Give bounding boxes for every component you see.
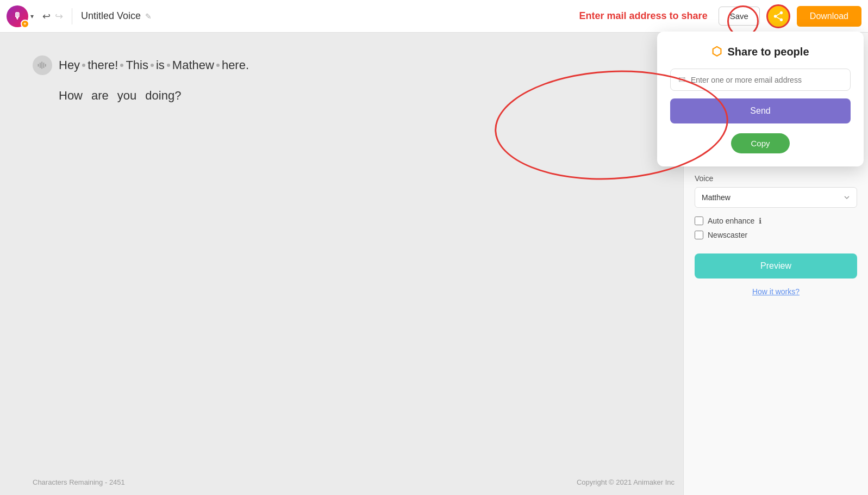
newscaster-row: Newscaster <box>695 231 857 239</box>
word-doing: doing? <box>145 85 181 107</box>
document-title: Untitled Voice <box>81 10 141 22</box>
word-this: This <box>126 54 148 76</box>
dot <box>216 64 220 67</box>
dot <box>120 64 123 67</box>
svg-rect-2 <box>41 61 42 69</box>
header: 🎙 + ▾ ↩ ↪ Untitled Voice ✎ Enter mail ad… <box>0 0 868 33</box>
download-button[interactable]: Download <box>797 6 861 27</box>
word-how: How <box>59 85 83 107</box>
voice-select[interactable]: Matthew <box>695 187 857 208</box>
voice-label: Voice <box>695 174 857 183</box>
auto-enhance-checkbox[interactable] <box>695 216 703 225</box>
share-button-wrapper <box>766 4 797 28</box>
share-button[interactable] <box>766 4 790 28</box>
redo-button[interactable]: ↪ <box>55 10 63 22</box>
auto-enhance-info-icon[interactable]: ℹ <box>759 216 761 225</box>
canvas-area: Hey there! This is Mathew here. How are … <box>0 33 683 495</box>
dot <box>82 64 85 67</box>
share-popup-icon: ⬡ <box>711 45 722 59</box>
auto-enhance-row: Auto enhance ℹ <box>695 216 857 225</box>
svg-rect-4 <box>45 64 46 66</box>
email-input[interactable] <box>691 76 842 84</box>
word-here: here. <box>222 54 249 76</box>
dot <box>151 64 154 67</box>
share-popup-title: ⬡ Share to people <box>670 45 851 59</box>
word-hey: Hey <box>59 54 80 76</box>
copy-button[interactable]: Copy <box>731 133 789 153</box>
word-you: you <box>117 85 136 107</box>
copyright-text: Copyright © 2021 Animaker Inc <box>577 478 675 486</box>
dot <box>167 64 170 67</box>
app-logo: 🎙 + <box>7 5 28 27</box>
undo-button[interactable]: ↩ <box>42 10 51 22</box>
email-input-row: ✉ <box>670 69 851 91</box>
share-icon <box>772 10 784 22</box>
word-are: are <box>91 85 109 107</box>
save-button[interactable]: Save <box>719 7 760 26</box>
word-is: is <box>156 54 165 76</box>
edit-title-icon[interactable]: ✎ <box>145 12 152 21</box>
svg-rect-1 <box>40 63 41 68</box>
header-divider <box>72 8 72 24</box>
newscaster-label: Newscaster <box>708 231 747 239</box>
word-mathew: Mathew <box>172 54 214 76</box>
logo-dropdown-arrow[interactable]: ▾ <box>30 13 34 20</box>
send-button[interactable]: Send <box>670 98 851 123</box>
how-it-works-link[interactable]: How it works? <box>695 287 857 296</box>
svg-rect-0 <box>38 64 39 66</box>
share-prompt-text: Enter mail address to share <box>579 10 708 22</box>
auto-enhance-label: Auto enhance <box>708 216 754 225</box>
share-popup: ⬡ Share to people ✉ Send Copy <box>657 32 864 166</box>
audio-wave-icon <box>33 55 52 75</box>
svg-rect-3 <box>43 63 45 68</box>
email-icon: ✉ <box>678 75 685 85</box>
text-line-2: How are you doing? <box>33 85 181 107</box>
preview-button[interactable]: Preview <box>695 253 857 279</box>
logo-badge: + <box>21 20 29 28</box>
waveform-icon <box>37 60 48 71</box>
chars-remaining: Characters Remaining - 2451 <box>33 478 125 486</box>
text-line-1: Hey there! This is Mathew here. <box>33 54 249 76</box>
word-there: there! <box>88 54 118 76</box>
newscaster-checkbox[interactable] <box>695 231 703 239</box>
